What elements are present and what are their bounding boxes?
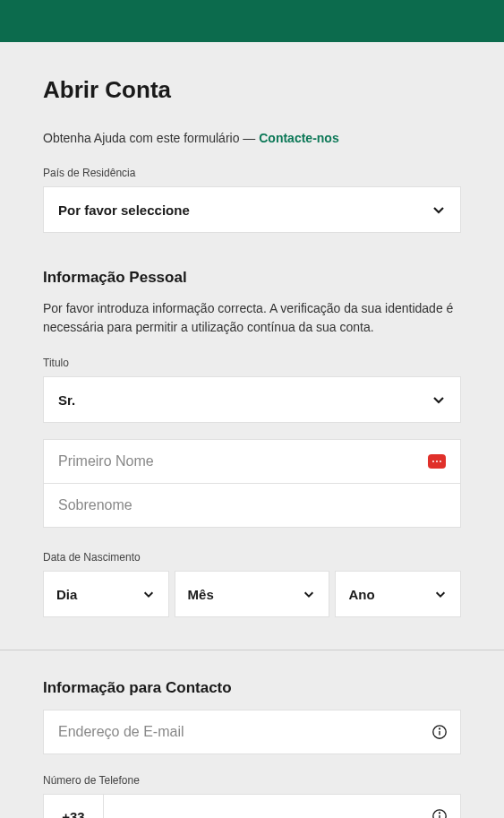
page-title: Abrir Conta [43, 76, 461, 104]
dob-label: Data de Nascimento [43, 551, 461, 564]
title-label: Titulo [43, 357, 461, 369]
dob-day-select[interactable]: Dia [43, 571, 169, 617]
dob-day-value: Dia [56, 587, 77, 602]
svg-point-2 [440, 728, 440, 729]
help-prefix: Obtenha Ajuda com este formulário — [43, 131, 259, 145]
top-header-bar [0, 0, 504, 42]
contact-us-link[interactable]: Contacte-nos [259, 131, 338, 145]
section-divider [0, 650, 504, 650]
country-select-value: Por favor seleccione [58, 202, 190, 218]
chevron-down-icon [302, 587, 316, 601]
phone-input[interactable] [118, 795, 431, 818]
info-icon[interactable] [431, 724, 448, 740]
chevron-down-icon [431, 202, 446, 217]
svg-point-5 [440, 813, 440, 814]
country-label: País de Residência [43, 167, 461, 179]
dob-month-value: Mês [188, 587, 214, 602]
phone-field-wrapper [104, 794, 461, 818]
password-manager-icon[interactable] [428, 454, 446, 469]
email-input[interactable] [58, 710, 431, 753]
dob-month-select[interactable]: Mês [175, 571, 330, 617]
phone-country-code[interactable]: +33 [43, 794, 104, 818]
personal-info-desc: Por favor introduza informação correcta.… [43, 299, 461, 337]
chevron-down-icon [141, 587, 156, 601]
dob-year-value: Ano [348, 587, 374, 602]
title-select[interactable]: Sr. [43, 376, 461, 423]
first-name-field-wrapper [43, 439, 461, 484]
help-text: Obtenha Ajuda com este formulário — Cont… [43, 131, 461, 145]
country-select[interactable]: Por favor seleccione [43, 186, 461, 233]
phone-label: Número de Telefone [43, 774, 461, 787]
dob-year-select[interactable]: Ano [335, 571, 461, 617]
last-name-input[interactable] [58, 484, 446, 527]
chevron-down-icon [431, 392, 446, 407]
first-name-input[interactable] [58, 440, 428, 483]
email-field-wrapper [43, 710, 461, 754]
last-name-field-wrapper [43, 483, 461, 528]
personal-info-heading: Informação Pessoal [43, 269, 461, 287]
info-icon[interactable] [431, 808, 448, 818]
title-select-value: Sr. [58, 392, 75, 408]
chevron-down-icon [433, 587, 448, 601]
contact-info-heading: Informação para Contacto [43, 679, 461, 697]
